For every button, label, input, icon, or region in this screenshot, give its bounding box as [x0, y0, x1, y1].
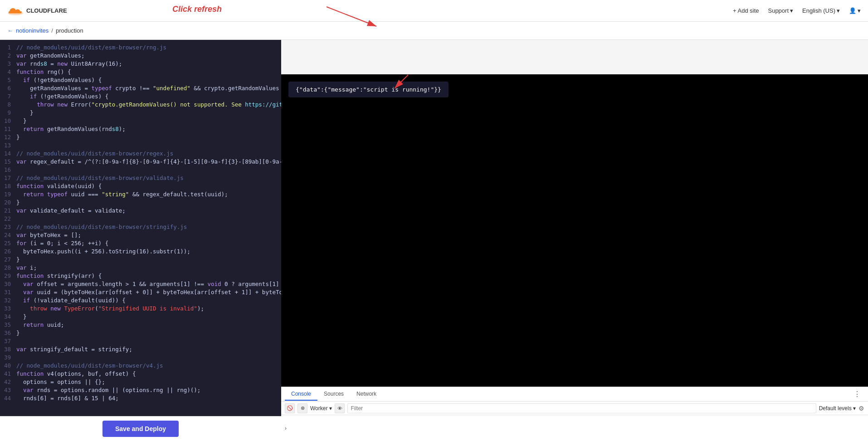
save-deploy-bar: Save and Deploy [0, 416, 281, 441]
code-line: 18function validate(uuid) { [0, 182, 281, 190]
line-code: } [16, 313, 27, 321]
line-number: 5 [0, 76, 16, 84]
line-code: function stringify(arr) { [16, 272, 102, 280]
code-line: 13 [0, 141, 281, 150]
line-code: // node_modules/uuid/dist/esm-browser/v4… [16, 362, 163, 370]
code-line: 2var getRandomValues; [0, 52, 281, 60]
code-line: 39 [0, 354, 281, 362]
breadcrumb-separator: / [51, 27, 53, 34]
line-code: // node_modules/uuid/dist/esm-browser/re… [16, 150, 173, 158]
code-line: 19 return typeof uuid === "string" && re… [0, 190, 281, 199]
line-code: } [16, 117, 27, 125]
support-chevron-icon: ▾ [790, 7, 793, 14]
console-more-button[interactable]: ⋮ [850, 390, 864, 398]
code-line: 25for (i = 0; i < 256; ++i) { [0, 239, 281, 247]
line-number: 6 [0, 84, 16, 92]
save-deploy-button[interactable]: Save and Deploy [102, 421, 179, 437]
code-editor: 1// node_modules/uuid/dist/esm-browser/r… [0, 40, 281, 441]
console-tabs: Console Sources Network ⋮ [281, 387, 868, 402]
line-code: var uuid = (byteToHex[arr[offset + 0]] +… [16, 288, 281, 296]
line-number: 24 [0, 231, 16, 239]
line-number: 44 [0, 394, 16, 402]
code-line: 31 var uuid = (byteToHex[arr[offset + 0]… [0, 288, 281, 296]
line-code: return typeof uuid === "string" && regex… [16, 190, 228, 199]
console-filter-input[interactable] [347, 403, 816, 413]
code-line: 40// node_modules/uuid/dist/esm-browser/… [0, 362, 281, 370]
line-number: 8 [0, 101, 16, 109]
line-code: function rng() { [16, 68, 71, 76]
account-button[interactable]: 👤 ▾ [849, 7, 861, 14]
line-number: 41 [0, 370, 16, 378]
breadcrumb-parent-link[interactable]: notioninvites [16, 27, 49, 34]
line-code: var offset = arguments.length > 1 && arg… [16, 280, 281, 288]
console-panel: Console Sources Network ⋮ 🚫 ⊗ Worker ▾ 👁 [281, 387, 868, 441]
line-code: // node_modules/uuid/dist/esm-browser/va… [16, 174, 184, 182]
code-line: 30 var offset = arguments.length > 1 && … [0, 280, 281, 288]
code-line: 1// node_modules/uuid/dist/esm-browser/r… [0, 44, 281, 52]
line-number: 14 [0, 150, 16, 158]
line-code: // node_modules/uuid/dist/esm-browser/st… [16, 223, 187, 231]
line-code: var stringify_default = stringify; [16, 345, 132, 354]
code-line: 6 getRandomValues = typeof crypto !== "u… [0, 84, 281, 92]
console-clear-button[interactable]: 🚫 [285, 403, 295, 413]
console-toggle-button[interactable]: ⊗ [297, 403, 307, 413]
line-number: 1 [0, 44, 16, 52]
console-worker-selector[interactable]: Worker ▾ [310, 405, 332, 412]
line-code: var validate_default = validate; [16, 207, 126, 215]
code-line: 23// node_modules/uuid/dist/esm-browser/… [0, 223, 281, 231]
console-tab-network[interactable]: Network [350, 388, 383, 401]
console-clear-icon: 🚫 [287, 405, 293, 411]
console-toggle-icon: ⊗ [301, 405, 305, 411]
line-code: } [16, 329, 20, 337]
line-number: 38 [0, 345, 16, 354]
line-code: throw new TypeError("Stringified UUID is… [16, 305, 204, 313]
console-tab-sources[interactable]: Sources [317, 388, 350, 401]
line-code: // node_modules/uuid/dist/esm-browser/rn… [16, 44, 166, 52]
add-site-button[interactable]: + Add site [733, 7, 759, 14]
console-settings-button[interactable]: ⚙ [858, 405, 864, 412]
code-line: 33 throw new TypeError("Stringified UUID… [0, 305, 281, 313]
line-number: 25 [0, 239, 16, 247]
line-code: var getRandomValues; [16, 52, 85, 60]
line-code: if (!validate_default(uuid)) { [16, 296, 126, 305]
line-number: 23 [0, 223, 16, 231]
line-code: var byteToHex = []; [16, 231, 81, 239]
breadcrumb-bar: ← notioninvites / production [0, 22, 868, 40]
line-number: 7 [0, 92, 16, 101]
line-number: 26 [0, 247, 16, 256]
line-number: 34 [0, 313, 16, 321]
code-line: 11 return getRandomValues(rnds8); [0, 125, 281, 133]
line-code: } [16, 133, 20, 141]
line-code: for (i = 0; i < 256; ++i) { [16, 239, 108, 247]
line-number: 31 [0, 288, 16, 296]
language-selector[interactable]: English (US) ▾ [802, 7, 840, 14]
line-code: if (!getRandomValues) { [16, 92, 108, 101]
code-line: 16 [0, 166, 281, 174]
console-eye-button[interactable]: 👁 [335, 403, 345, 413]
code-line: 22 [0, 215, 281, 223]
code-line: 10 } [0, 117, 281, 125]
console-prompt-icon[interactable]: › [285, 425, 287, 431]
line-code: return uuid; [16, 321, 64, 329]
line-number: 33 [0, 305, 16, 313]
code-line: 12} [0, 133, 281, 141]
console-level-selector[interactable]: Default levels ▾ [819, 405, 856, 412]
console-tab-console[interactable]: Console [285, 388, 317, 401]
line-code: byteToHex.push((i + 256).toString(16).su… [16, 247, 190, 256]
code-line: 43 var rnds = options.random || (options… [0, 386, 281, 394]
line-code: } [16, 109, 34, 117]
code-line: 41function v4(options, buf, offset) { [0, 370, 281, 378]
line-number: 42 [0, 378, 16, 386]
support-button[interactable]: Support ▾ [768, 7, 793, 14]
line-number: 40 [0, 362, 16, 370]
line-number: 27 [0, 256, 16, 264]
back-arrow-icon[interactable]: ← [7, 27, 13, 34]
console-content: › [281, 415, 868, 441]
line-code: if (!getRandomValues) { [16, 76, 102, 84]
line-number: 35 [0, 321, 16, 329]
nav-right: + Add site Support ▾ English (US) ▾ 👤 ▾ [733, 7, 861, 14]
line-code: var regex_default = /^(?:[0-9a-f]{8}-[0-… [16, 158, 281, 166]
line-code: function validate(uuid) { [16, 182, 102, 190]
code-line: 15var regex_default = /^(?:[0-9a-f]{8}-[… [0, 158, 281, 166]
code-line: 32 if (!validate_default(uuid)) { [0, 296, 281, 305]
